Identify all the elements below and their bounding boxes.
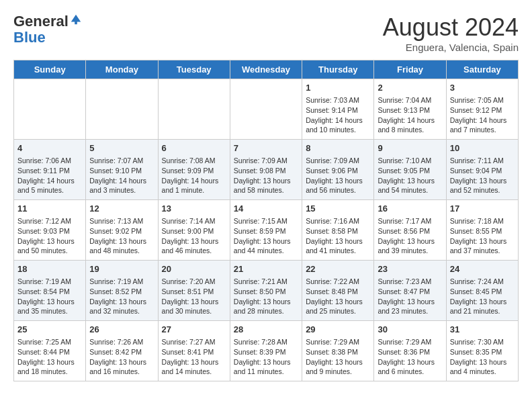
calendar-header-row: SundayMondayTuesdayWednesdayThursdayFrid… (14, 60, 519, 79)
day-number: 7 (234, 142, 298, 154)
calendar-cell: 21Sunrise: 7:21 AMSunset: 8:50 PMDayligh… (230, 261, 302, 321)
calendar-cell: 19Sunrise: 7:19 AMSunset: 8:52 PMDayligh… (86, 261, 158, 321)
calendar-cell: 16Sunrise: 7:17 AMSunset: 8:56 PMDayligh… (374, 200, 446, 261)
day-info: Sunset: 9:11 PM (17, 166, 82, 176)
day-info: Sunrise: 7:12 AM (17, 216, 82, 226)
day-info: Daylight: 13 hours (450, 297, 515, 307)
calendar-cell: 6Sunrise: 7:08 AMSunset: 9:09 PMDaylight… (158, 140, 230, 200)
day-header-tuesday: Tuesday (158, 60, 230, 79)
day-info: and 21 minutes. (450, 306, 515, 316)
day-info: and 25 minutes. (306, 306, 370, 316)
calendar-cell (230, 79, 302, 140)
day-number: 4 (17, 142, 82, 154)
calendar-cell: 24Sunrise: 7:24 AMSunset: 8:45 PMDayligh… (446, 261, 518, 321)
day-info: Sunset: 8:38 PM (306, 347, 370, 357)
calendar-cell (14, 79, 86, 140)
day-info: Sunrise: 7:22 AM (306, 277, 370, 287)
day-info: Daylight: 13 hours (450, 236, 515, 246)
day-header-wednesday: Wednesday (230, 60, 302, 79)
day-number: 15 (306, 203, 370, 215)
calendar-cell: 25Sunrise: 7:25 AMSunset: 8:44 PMDayligh… (14, 321, 86, 381)
logo-text-blue: Blue (13, 30, 82, 46)
day-number: 28 (234, 324, 298, 336)
day-number: 25 (17, 324, 82, 336)
logo-text-general: General (13, 13, 69, 30)
day-info: Sunrise: 7:05 AM (450, 95, 515, 105)
calendar-cell: 2Sunrise: 7:04 AMSunset: 9:13 PMDaylight… (374, 79, 446, 140)
day-info: Sunset: 8:59 PM (234, 226, 298, 236)
day-info: Daylight: 13 hours (450, 176, 515, 186)
day-info: Sunrise: 7:09 AM (306, 156, 370, 166)
calendar-cell: 13Sunrise: 7:14 AMSunset: 9:00 PMDayligh… (158, 200, 230, 261)
calendar-cell: 17Sunrise: 7:18 AMSunset: 8:55 PMDayligh… (446, 200, 518, 261)
day-info: Sunrise: 7:08 AM (162, 156, 226, 166)
day-info: Sunset: 9:02 PM (89, 226, 154, 236)
calendar-cell: 28Sunrise: 7:28 AMSunset: 8:39 PMDayligh… (230, 321, 302, 381)
day-info: Sunset: 9:14 PM (306, 105, 370, 116)
calendar-cell: 5Sunrise: 7:07 AMSunset: 9:10 PMDaylight… (86, 140, 158, 200)
day-info: Sunrise: 7:03 AM (306, 95, 370, 105)
calendar-cell: 11Sunrise: 7:12 AMSunset: 9:03 PMDayligh… (14, 200, 86, 261)
day-info: Sunrise: 7:30 AM (450, 337, 515, 347)
day-info: and 1 minute. (162, 185, 226, 195)
day-number: 26 (89, 324, 154, 336)
day-info: Daylight: 13 hours (378, 297, 442, 307)
day-info: Daylight: 13 hours (162, 236, 226, 246)
day-number: 18 (17, 263, 82, 275)
day-number: 30 (378, 324, 442, 336)
day-info: and 54 minutes. (378, 185, 442, 195)
day-info: Sunset: 8:35 PM (450, 347, 515, 357)
day-info: Sunrise: 7:13 AM (89, 216, 154, 226)
day-info: and 37 minutes. (450, 246, 515, 256)
day-info: Sunrise: 7:14 AM (162, 216, 226, 226)
day-number: 23 (378, 263, 442, 275)
day-info: Daylight: 13 hours (234, 176, 298, 186)
day-info: Daylight: 13 hours (234, 236, 298, 246)
calendar-cell: 20Sunrise: 7:20 AMSunset: 8:51 PMDayligh… (158, 261, 230, 321)
day-header-thursday: Thursday (302, 60, 374, 79)
day-info: and 28 minutes. (234, 306, 298, 316)
day-info: and 35 minutes. (17, 306, 82, 316)
day-info: Daylight: 13 hours (162, 297, 226, 307)
subtitle: Enguera, Valencia, Spain (383, 42, 519, 53)
day-number: 10 (450, 142, 515, 154)
day-info: Daylight: 13 hours (378, 357, 442, 367)
day-info: Daylight: 13 hours (234, 297, 298, 307)
day-info: Sunset: 8:51 PM (162, 287, 226, 297)
day-number: 3 (450, 82, 515, 94)
day-info: Sunset: 9:06 PM (306, 166, 370, 176)
calendar-cell: 26Sunrise: 7:26 AMSunset: 8:42 PMDayligh… (86, 321, 158, 381)
calendar-cell: 29Sunrise: 7:29 AMSunset: 8:38 PMDayligh… (302, 321, 374, 381)
day-header-sunday: Sunday (14, 60, 86, 79)
day-number: 11 (17, 203, 82, 215)
day-info: Sunset: 8:45 PM (450, 287, 515, 297)
day-info: Sunset: 8:52 PM (89, 287, 154, 297)
page-header: General Blue August 2024 Enguera, Valenc… (13, 13, 519, 53)
day-number: 16 (378, 203, 442, 215)
day-info: Sunrise: 7:29 AM (306, 337, 370, 347)
day-info: and 14 minutes. (162, 367, 226, 377)
calendar-week-row: 1Sunrise: 7:03 AMSunset: 9:14 PMDaylight… (14, 79, 519, 140)
day-number: 13 (162, 203, 226, 215)
day-header-saturday: Saturday (446, 60, 518, 79)
day-info: and 23 minutes. (378, 306, 442, 316)
day-info: Sunrise: 7:29 AM (378, 337, 442, 347)
day-number: 21 (234, 263, 298, 275)
day-info: Sunset: 8:41 PM (162, 347, 226, 357)
day-info: Sunset: 9:00 PM (162, 226, 226, 236)
day-number: 14 (234, 203, 298, 215)
day-info: Sunset: 9:05 PM (378, 166, 442, 176)
calendar-cell: 10Sunrise: 7:11 AMSunset: 9:04 PMDayligh… (446, 140, 518, 200)
day-info: and 5 minutes. (17, 185, 82, 195)
day-info: Sunset: 8:50 PM (234, 287, 298, 297)
day-info: Sunset: 8:56 PM (378, 226, 442, 236)
calendar-cell: 12Sunrise: 7:13 AMSunset: 9:02 PMDayligh… (86, 200, 158, 261)
day-number: 12 (89, 203, 154, 215)
day-info: Sunset: 9:10 PM (89, 166, 154, 176)
calendar-week-row: 4Sunrise: 7:06 AMSunset: 9:11 PMDaylight… (14, 140, 519, 200)
day-info: Daylight: 14 hours (306, 116, 370, 126)
day-info: Daylight: 13 hours (306, 357, 370, 367)
calendar-cell: 31Sunrise: 7:30 AMSunset: 8:35 PMDayligh… (446, 321, 518, 381)
day-info: Daylight: 14 hours (162, 176, 226, 186)
day-info: Sunrise: 7:19 AM (17, 277, 82, 287)
